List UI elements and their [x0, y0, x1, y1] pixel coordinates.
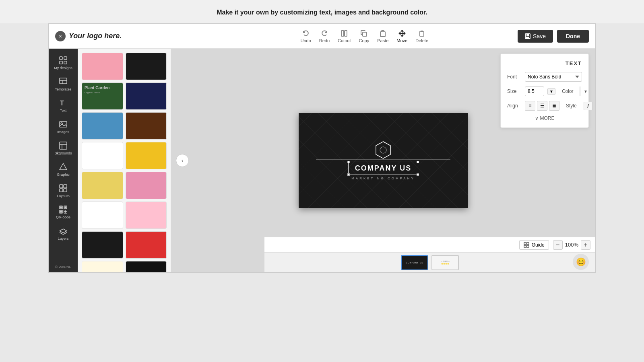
sidebar-item-graphic[interactable]: Graphic [49, 159, 78, 180]
svg-rect-24 [60, 189, 63, 192]
toolbar-actions: Save Done [518, 30, 589, 43]
list-item[interactable] [82, 112, 123, 140]
sidebar-item-templates[interactable]: Templates [49, 74, 78, 95]
more-button[interactable]: ∨ MORE [507, 115, 582, 121]
font-select[interactable]: Noto Sans Bold [525, 72, 582, 82]
sidebar: My designs Templates T Text Images Bkgro… [49, 49, 78, 272]
svg-rect-0 [341, 31, 344, 36]
svg-rect-4 [420, 32, 424, 36]
list-item[interactable] [126, 53, 167, 80]
svg-rect-23 [64, 185, 67, 188]
chatbot-button[interactable]: 😊 [573, 254, 589, 270]
align-right-button[interactable]: ≣ [549, 101, 559, 111]
svg-rect-18 [60, 142, 67, 149]
svg-rect-10 [60, 61, 62, 64]
sidebar-item-layouts[interactable]: Layouts [49, 181, 78, 201]
sidebar-item-my-designs[interactable]: My designs [49, 53, 78, 73]
text-panel-title: TEXT [507, 60, 582, 66]
cutout-button[interactable]: Cutout [338, 29, 351, 43]
list-item[interactable]: DONUT & DONUT [82, 261, 123, 272]
size-down-button[interactable]: ▼ [547, 88, 555, 95]
svg-rect-29 [60, 207, 62, 208]
size-label: Size [507, 88, 522, 94]
company-name: COMPANY US [355, 164, 411, 172]
svg-rect-6 [526, 34, 529, 36]
list-item[interactable] [82, 202, 123, 229]
page-thumbnails: COMPANY US — 한글명 — 🌟🌟🌟🌟 😊 [264, 252, 595, 272]
list-item[interactable] [82, 53, 123, 80]
list-item[interactable] [126, 202, 167, 229]
svg-rect-30 [65, 207, 66, 208]
thumbnail-2[interactable]: — 한글명 — 🌟🌟🌟🌟 [431, 255, 459, 270]
canvas-area: ‹ COMPANY US [171, 49, 595, 272]
delete-button[interactable]: Delete [415, 29, 428, 43]
zoom-out-button[interactable]: − [553, 240, 563, 250]
svg-point-37 [380, 147, 386, 153]
templates-panel: Plant Garden Organic Plants [78, 49, 171, 272]
business-card-canvas[interactable]: COMPANY US MARKETING COMPANY [299, 113, 468, 208]
sidebar-item-backgrounds[interactable]: Bkgrounds [49, 138, 78, 158]
svg-marker-36 [376, 142, 390, 158]
redo-button[interactable]: Redo [319, 29, 330, 43]
guide-button[interactable]: Guide [519, 240, 549, 250]
toolbar: × Your logo here. Undo Redo Cutout [49, 24, 595, 49]
list-item[interactable] [126, 261, 167, 272]
svg-rect-9 [64, 57, 67, 60]
paste-button[interactable]: Paste [377, 29, 388, 43]
sidebar-item-qr-code[interactable]: QR-code [49, 202, 78, 222]
save-button[interactable]: Save [518, 30, 553, 43]
svg-rect-2 [363, 32, 367, 36]
list-item[interactable] [82, 231, 123, 259]
italic-style-button[interactable]: I [584, 102, 592, 110]
company-subtitle: MARKETING COMPANY [351, 177, 415, 180]
zoom-in-button[interactable]: + [581, 240, 590, 250]
font-label: Font [507, 74, 522, 80]
zoom-level: 100% [565, 242, 578, 248]
save-label: Save [533, 33, 546, 39]
svg-rect-16 [60, 121, 67, 127]
sidebar-item-text[interactable]: T Text [49, 95, 78, 116]
list-item[interactable] [126, 142, 167, 169]
sidebar-item-images[interactable]: Images [49, 117, 78, 137]
bottom-bar: Guide − 100% + [264, 237, 595, 252]
color-label: Color [562, 88, 576, 94]
svg-rect-12 [60, 78, 67, 84]
prev-button[interactable]: ‹ [176, 154, 189, 167]
list-item[interactable] [126, 82, 167, 110]
svg-rect-38 [524, 243, 526, 245]
toolbar-tools: Undo Redo Cutout Copy Paste [300, 29, 428, 43]
size-input[interactable] [525, 86, 544, 96]
sidebar-item-layers[interactable]: Layers [49, 223, 78, 244]
guide-label: Guide [532, 242, 545, 248]
list-item[interactable] [126, 172, 167, 199]
svg-rect-25 [64, 189, 67, 192]
close-button[interactable]: × [55, 31, 66, 41]
logo-text: Your logo here. [69, 32, 122, 40]
logo-area: × Your logo here. [55, 31, 122, 41]
undo-button[interactable]: Undo [300, 29, 311, 43]
text-panel: TEXT Font Noto Sans Bold Size ▼ Color ▼ [500, 53, 589, 128]
style-label: Style [566, 103, 580, 109]
list-item[interactable]: Plant Garden Organic Plants [82, 82, 123, 110]
align-left-button[interactable]: ≡ [525, 101, 535, 111]
svg-rect-41 [527, 245, 529, 247]
list-item[interactable] [82, 172, 123, 199]
thumbnail-1[interactable]: COMPANY US [401, 255, 428, 270]
list-item[interactable] [82, 142, 123, 169]
svg-rect-22 [60, 185, 63, 188]
copy-button[interactable]: Copy [359, 29, 369, 43]
svg-rect-39 [527, 243, 529, 245]
svg-marker-21 [60, 163, 67, 170]
svg-rect-3 [380, 32, 385, 37]
done-button[interactable]: Done [557, 30, 589, 43]
top-banner: Make it your own by customizing text, im… [0, 0, 644, 23]
color-swatch[interactable] [580, 86, 580, 96]
align-center-button[interactable]: ☰ [537, 101, 547, 111]
svg-rect-31 [60, 211, 62, 212]
move-button[interactable]: Move [396, 29, 407, 43]
svg-text:T: T [60, 100, 64, 107]
main-area: My designs Templates T Text Images Bkgro… [49, 49, 595, 272]
color-arrow-button[interactable]: ▼ [584, 89, 588, 94]
list-item[interactable] [126, 231, 167, 259]
list-item[interactable] [126, 112, 167, 140]
